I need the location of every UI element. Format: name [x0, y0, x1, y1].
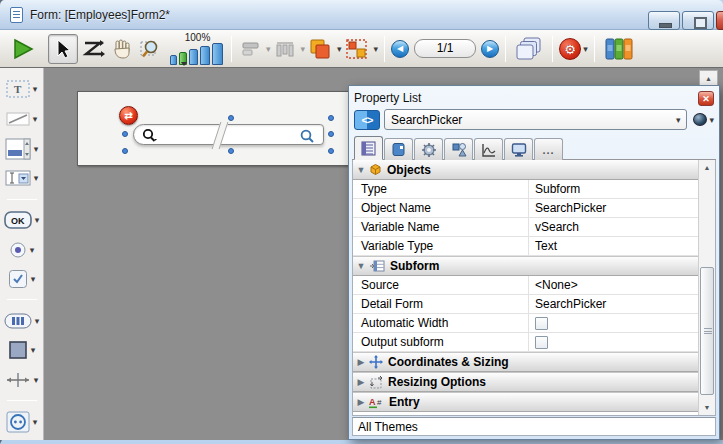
output-subform-checkbox[interactable]: [535, 336, 548, 349]
palette-scrollbar[interactable]: ▲ ▼: [698, 160, 715, 415]
tab-photo[interactable]: [384, 138, 413, 160]
property-row[interactable]: Variable Name vSearch: [353, 218, 698, 237]
checkbox-tool-dropdown-icon[interactable]: ▾: [31, 274, 36, 284]
button-tool[interactable]: OK ▾: [4, 209, 40, 232]
search-submit-icon[interactable]: [299, 128, 316, 144]
expander-closed-icon[interactable]: ▶: [353, 357, 369, 367]
section-coordinates-sizing[interactable]: ▶ Coordinates & Sizing: [353, 352, 698, 372]
line-tool-dropdown-icon[interactable]: ▾: [33, 114, 38, 124]
maximize-button[interactable]: [682, 11, 714, 30]
selection-handle[interactable]: [228, 148, 234, 154]
previous-page-button[interactable]: ◀: [391, 40, 409, 58]
property-row[interactable]: Object Name SearchPicker: [353, 199, 698, 218]
combobox-tool-dropdown-icon[interactable]: ▾: [34, 173, 39, 183]
plugin-tool-dropdown-icon[interactable]: ▾: [33, 417, 38, 427]
text-tool-dropdown-icon[interactable]: ▾: [33, 84, 38, 94]
property-value[interactable]: SearchPicker: [529, 199, 698, 217]
splitter-tool[interactable]: ▾: [5, 369, 39, 392]
selection-handle[interactable]: [122, 148, 128, 154]
display-pages-button[interactable]: [512, 34, 546, 64]
visibility-eye-icon[interactable]: [693, 113, 707, 126]
gear-dropdown-icon[interactable]: ▾: [583, 44, 588, 54]
library-button[interactable]: [601, 34, 637, 64]
scrollbar-thumb[interactable]: [700, 267, 714, 395]
radio-tool-dropdown-icon[interactable]: ▾: [30, 245, 35, 255]
tab-settings[interactable]: [414, 138, 443, 160]
searchpicker-widget[interactable]: [133, 124, 324, 145]
group-dropdown-icon[interactable]: ▾: [374, 44, 379, 54]
zoom-level-control[interactable]: 100%: [170, 33, 225, 65]
scroll-up-icon[interactable]: ▲: [699, 160, 715, 175]
property-row[interactable]: Output subform: [353, 333, 698, 352]
tab-display[interactable]: [504, 138, 533, 160]
line-tool[interactable]: ▾: [6, 108, 38, 131]
property-row[interactable]: Automatic Width: [353, 314, 698, 333]
page-indicator[interactable]: 1/1: [414, 39, 476, 58]
zoom-tool-button[interactable]: [136, 34, 166, 64]
themes-filter-bar[interactable]: All Themes: [352, 417, 716, 436]
titlebar[interactable]: Form: [Employees]Form2*: [0, 0, 723, 30]
close-button[interactable]: [716, 11, 723, 30]
automatic-width-checkbox[interactable]: [535, 317, 548, 330]
tab-overflow[interactable]: ...: [534, 138, 563, 160]
distribute-tool-button[interactable]: [271, 34, 299, 64]
property-row[interactable]: Detail Form SearchPicker: [353, 295, 698, 314]
property-row[interactable]: Variable Type Text: [353, 237, 698, 256]
section-objects[interactable]: ▼ Objects: [353, 160, 698, 180]
minimize-button[interactable]: [648, 11, 680, 30]
form-properties-button[interactable]: ⚙: [559, 38, 581, 60]
checkbox-tool[interactable]: ▾: [8, 268, 36, 291]
scroll-down-icon[interactable]: ▼: [699, 400, 715, 415]
expander-closed-icon[interactable]: ▶: [353, 377, 369, 387]
property-value[interactable]: vSearch: [529, 218, 698, 236]
object-code-button[interactable]: <>: [354, 110, 380, 130]
zoom-bars-icon[interactable]: [170, 43, 225, 65]
selection-handle[interactable]: [328, 115, 334, 121]
button-tool-dropdown-icon[interactable]: ▾: [35, 215, 40, 225]
expander-closed-icon[interactable]: ▶: [353, 397, 369, 407]
rectangle-tool[interactable]: ▾: [8, 339, 36, 362]
property-value[interactable]: Subform: [529, 180, 698, 198]
group-tool-button[interactable]: [342, 34, 372, 64]
palette-header[interactable]: Property List ✕: [352, 88, 716, 108]
expander-open-icon[interactable]: ▼: [353, 165, 369, 175]
plugin-area-tool[interactable]: ▾: [6, 410, 38, 433]
property-value[interactable]: Text: [529, 237, 698, 255]
text-tool[interactable]: T ▾: [6, 78, 38, 101]
tab-events-curve[interactable]: [474, 138, 503, 160]
selection-handle[interactable]: [228, 115, 234, 121]
palette-close-button[interactable]: ✕: [698, 91, 714, 106]
radio-button-tool[interactable]: ▾: [9, 238, 35, 261]
rectangle-tool-dropdown-icon[interactable]: ▾: [31, 345, 36, 355]
next-page-button[interactable]: ▶: [481, 40, 499, 58]
property-row[interactable]: Type Subform: [353, 180, 698, 199]
listbox-tool[interactable]: ▾: [5, 137, 39, 160]
subform-badge-icon[interactable]: ⇄: [119, 106, 138, 125]
property-value[interactable]: SearchPicker: [529, 295, 698, 313]
property-value[interactable]: <None>: [529, 276, 698, 294]
selection-handle[interactable]: [328, 131, 334, 137]
button-grid-tool[interactable]: ▾: [4, 309, 40, 332]
selection-handle[interactable]: [328, 148, 334, 154]
select-tool-button[interactable]: [48, 34, 78, 64]
tab-objects-shapes[interactable]: [444, 138, 473, 160]
section-entry[interactable]: ▶ A# Entry: [353, 392, 698, 412]
level-tool-button[interactable]: [305, 34, 335, 64]
align-tool-button[interactable]: [238, 34, 264, 64]
section-subform[interactable]: ▼ Subform: [353, 256, 698, 276]
pan-tool-button[interactable]: [108, 34, 136, 64]
expander-open-icon[interactable]: ▼: [353, 261, 369, 271]
tab-property-list[interactable]: [354, 136, 383, 160]
selection-handle[interactable]: [122, 131, 128, 137]
button-grid-tool-dropdown-icon[interactable]: ▾: [35, 316, 40, 326]
section-resizing-options[interactable]: ▶ Resizing Options: [353, 372, 698, 392]
run-form-button[interactable]: [8, 34, 38, 64]
object-selector-combo[interactable]: SearchPicker ▾: [384, 109, 687, 130]
combobox-tool[interactable]: ▾: [5, 167, 39, 190]
visibility-dropdown-icon[interactable]: ▾: [709, 115, 714, 125]
property-row[interactable]: Source <None>: [353, 276, 698, 295]
form-page-area[interactable]: ⇄: [77, 91, 365, 166]
splitter-tool-dropdown-icon[interactable]: ▾: [34, 375, 39, 385]
entry-order-tool-button[interactable]: [78, 34, 108, 64]
listbox-tool-dropdown-icon[interactable]: ▾: [34, 144, 39, 154]
